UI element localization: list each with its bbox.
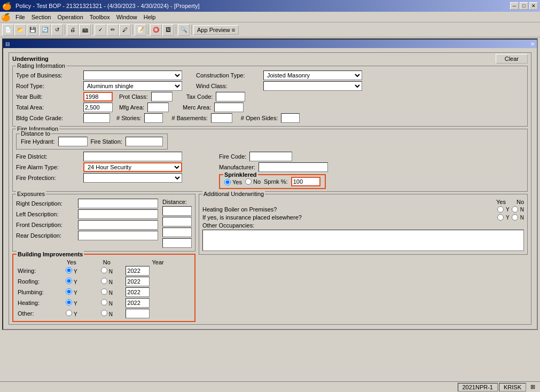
content-area: Underwriting Clear Rating Information Ty… [3, 48, 537, 329]
bi-header-row: Yes No Year [17, 259, 191, 265]
tax-code-input[interactable] [216, 92, 245, 101]
tb-save[interactable]: 💾 [27, 24, 38, 36]
bi-plumbing-year[interactable] [126, 287, 150, 297]
fire-protection-select[interactable] [83, 173, 182, 183]
tb-img[interactable]: 🖼 [162, 24, 174, 36]
mdi-close[interactable]: ✕ [530, 41, 535, 47]
additional-uw-section: Additional Underwriting Yes No Heating B… [199, 194, 528, 322]
tb-print[interactable]: 🖨 [67, 24, 79, 36]
bi-plumbing-yes[interactable] [66, 288, 72, 295]
minimize-btn[interactable]: ─ [510, 2, 519, 10]
total-area-input[interactable] [83, 103, 113, 112]
prot-class-input[interactable] [151, 92, 173, 101]
bldg-code-input[interactable] [83, 113, 110, 123]
heating-boiler-yes[interactable] [497, 206, 504, 213]
dist-3-input[interactable] [162, 228, 192, 237]
insurance-elsewhere-yes[interactable] [497, 214, 504, 221]
fire-district-input[interactable] [83, 152, 182, 161]
front-desc-row: Front Description: [16, 220, 158, 230]
bi-roofing-no[interactable] [101, 278, 107, 284]
bi-heating-year[interactable] [126, 298, 150, 308]
basements-input[interactable] [211, 113, 232, 123]
tb-refresh2[interactable]: ↺ [51, 24, 63, 36]
bi-other-year[interactable] [126, 309, 150, 318]
bi-plumbing-year-cell [124, 287, 191, 297]
au-yes-header: Yes [496, 199, 506, 205]
manufacturer-input[interactable] [259, 162, 328, 172]
tb-new[interactable]: 📄 [2, 24, 14, 36]
bi-thead: Yes No Year [17, 259, 191, 265]
left-desc-input[interactable] [78, 209, 158, 219]
tb-edit[interactable]: ✏ [107, 24, 119, 36]
au-header-row: Yes No [202, 199, 524, 205]
menu-window[interactable]: Window [113, 13, 140, 21]
close-btn[interactable]: ✕ [529, 2, 538, 10]
other-occupancies-textarea[interactable] [202, 230, 524, 251]
fire-hydrant-input[interactable] [58, 137, 88, 146]
fire-code-input[interactable] [249, 152, 292, 161]
merc-area-label: Merc Area: [183, 104, 211, 111]
wind-class-select[interactable] [263, 81, 362, 91]
mfg-area-input[interactable] [147, 103, 169, 112]
tb-check[interactable]: ✓ [95, 24, 106, 36]
tb-note[interactable]: 📝 [135, 24, 146, 36]
dist-4-input[interactable] [162, 238, 192, 248]
app-preview-btn[interactable]: App Preview ≡ [193, 25, 239, 35]
restore-btn[interactable]: □ [520, 2, 528, 10]
bldg-code-label: Bldg Code Grade: [16, 115, 80, 121]
table-row: Other: Y N [17, 308, 191, 319]
front-desc-input[interactable] [78, 220, 158, 230]
merc-area-input[interactable] [214, 103, 244, 112]
underwriting-panel: Underwriting Clear Rating Information Ty… [9, 52, 531, 325]
year-built-input[interactable] [83, 92, 113, 101]
sprnk-pct-input[interactable] [291, 177, 320, 186]
menu-section[interactable]: Section [28, 13, 54, 21]
construction-type-select[interactable]: Joisted Masonry [263, 70, 362, 80]
mdi-maximize[interactable]: ⊟ [5, 41, 10, 47]
tb-refresh1[interactable]: 🔄 [39, 24, 51, 36]
prot-class-label: Prot Class: [119, 93, 148, 100]
fire-alarm-select[interactable]: 24 Hour Security [83, 162, 182, 172]
bi-roofing-no-cell: N [89, 276, 124, 287]
menu-help[interactable]: Help [140, 13, 159, 21]
bi-heating-no-cell: N [89, 297, 124, 308]
bi-roofing-yes[interactable] [66, 278, 72, 284]
dist-1-input[interactable] [162, 206, 192, 216]
sprinklered-yes-radio[interactable] [224, 179, 231, 185]
open-sides-input[interactable] [281, 113, 300, 123]
heating-boiler-no[interactable] [512, 206, 518, 213]
fire-district-label: Fire District: [16, 153, 80, 160]
bi-wiring-yes[interactable] [66, 267, 72, 273]
right-desc-input[interactable] [78, 199, 158, 208]
tb-open[interactable]: 📂 [14, 24, 26, 36]
tb-fax[interactable]: 📠 [79, 24, 91, 36]
rear-desc-input[interactable] [78, 231, 158, 240]
other-occupancies-label: Other Occupancies: [202, 222, 254, 229]
bi-other-no[interactable] [101, 310, 107, 316]
insurance-elsewhere-no[interactable] [512, 214, 518, 221]
bi-other-label: Other: [17, 308, 54, 319]
dist-2-input[interactable] [162, 217, 192, 226]
menu-file[interactable]: File [12, 13, 28, 21]
bi-roofing-year[interactable] [126, 277, 150, 286]
bi-wiring-year[interactable] [126, 266, 150, 276]
bi-heating-yes[interactable] [66, 299, 72, 305]
fire-station-input[interactable] [126, 137, 163, 146]
bi-plumbing-no[interactable] [101, 288, 107, 295]
clear-button[interactable]: Clear [496, 54, 528, 64]
tb-search[interactable]: 🔍 [178, 24, 190, 36]
tb-circle[interactable]: ⭕ [150, 24, 162, 36]
bi-wiring-no[interactable] [101, 267, 107, 273]
bi-other-yes[interactable] [66, 310, 72, 316]
type-of-business-select[interactable] [83, 70, 182, 80]
rear-desc-row: Rear Description: [16, 231, 158, 240]
roof-type-select[interactable]: Aluminum shingle [83, 81, 182, 91]
stories-input[interactable] [144, 113, 163, 123]
mdi-title-bar: ⊟ ✕ [3, 40, 537, 48]
tb-pencil[interactable]: 🖊 [119, 24, 131, 36]
menu-operation[interactable]: Operation [54, 13, 86, 21]
sprinklered-no-radio[interactable] [245, 178, 252, 185]
heating-boiler-radios: Y N [497, 206, 524, 213]
menu-toolbox[interactable]: Toolbox [87, 13, 113, 21]
bi-heating-no[interactable] [101, 299, 107, 305]
